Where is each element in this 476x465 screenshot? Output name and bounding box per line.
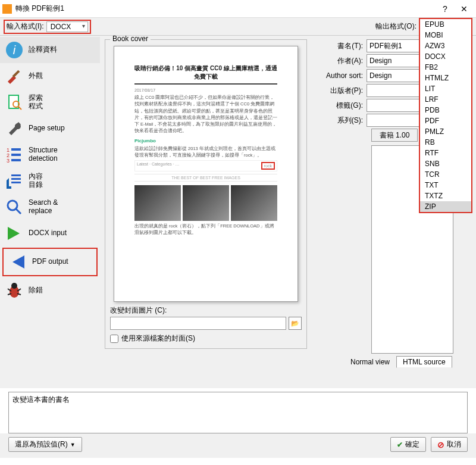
authorsort-label: Author sort: — [320, 71, 367, 80]
tab-html[interactable]: HTML source — [396, 356, 452, 368]
app-icon — [2, 4, 12, 14]
sidebar-item-look[interactable]: 外觀 — [0, 63, 100, 89]
svg-rect-9 — [11, 148, 21, 151]
restore-defaults-button[interactable]: 還原為預設值(R) ▼ — [8, 437, 82, 452]
svg-rect-2 — [12, 70, 20, 78]
touch-list-icon — [5, 171, 24, 191]
sidebar-item-page-setup[interactable]: Page setup — [0, 116, 100, 142]
use-source-label: 使用來源檔案的封面(S) — [121, 333, 195, 344]
sidebar: i 詮釋資料 外觀 探索 程式 Page setup 123 Structure… — [0, 36, 100, 388]
format-option-docx[interactable]: DOCX — [420, 51, 471, 62]
input-format-label: 輸入格式(I): — [7, 21, 44, 32]
format-option-tcr[interactable]: TCR — [420, 169, 471, 180]
magnifier-icon — [5, 198, 24, 217]
format-option-lrf[interactable]: LRF — [420, 94, 471, 105]
bottom-bar: 還原為預設值(R) ▼ ✔確定 ⊘取消 — [0, 433, 476, 458]
brush-icon — [5, 67, 24, 86]
info-icon: i — [5, 40, 24, 60]
cancel-button[interactable]: ⊘取消 — [431, 437, 468, 452]
format-toolbar: 輸入格式(I): DOCX 輸出格式(O): — [0, 18, 476, 36]
sidebar-item-structure[interactable]: 123 Structure detection — [0, 142, 100, 168]
tab-normal[interactable]: Normal view — [344, 356, 396, 368]
format-option-pmlz[interactable]: PMLZ — [420, 126, 471, 137]
input-format-select[interactable]: DOCX — [46, 21, 88, 32]
preview-section-title: THE BEST OF BEST FREE IMAGES — [134, 174, 277, 182]
format-option-pdb[interactable]: PDB — [420, 105, 471, 116]
preview-nav: Latest · Categories · … rock — [134, 160, 277, 171]
sidebar-item-interpret[interactable]: i 詮釋資料 — [0, 37, 100, 63]
format-option-htmlz[interactable]: HTMLZ — [420, 73, 471, 83]
sidebar-item-search-replace[interactable]: Search & replace — [0, 194, 100, 220]
sidebar-item-label: 內容 目錄 — [29, 173, 43, 189]
format-option-rtf[interactable]: RTF — [420, 148, 471, 158]
cancel-icon: ⊘ — [437, 440, 444, 450]
sidebar-item-label: 探索 程式 — [29, 94, 43, 111]
thumb-image — [183, 185, 229, 221]
use-source-row: 使用來源檔案的封面(S) — [110, 333, 302, 344]
sidebar-item-docx-input[interactable]: DOCX input — [0, 220, 100, 246]
sidebar-item-label: DOCX input — [29, 229, 67, 238]
titlebar: 轉換 PDF範例1 ? ✕ — [0, 0, 476, 18]
list-numbered-icon: 123 — [5, 145, 24, 164]
format-option-mobi[interactable]: MOBI — [420, 30, 471, 40]
cover-path-input[interactable] — [110, 317, 286, 330]
sidebar-item-label: PDF output — [32, 258, 68, 266]
help-button[interactable]: ? — [436, 1, 455, 17]
tags-label: 標籤(G): — [320, 101, 367, 111]
sidebar-item-search-program[interactable]: 探索 程式 — [0, 89, 100, 116]
svg-line-16 — [16, 209, 21, 214]
sidebar-item-debug[interactable]: 除錯 — [0, 277, 100, 304]
cover-path-label: 改變封面圖片 (C): — [110, 305, 302, 316]
input-format-group: 輸入格式(I): DOCX — [4, 20, 91, 34]
sidebar-item-label: Search & replace — [29, 199, 58, 216]
cover-group: Book cover 吸睛行銷必備！10 個高畫質 CC0 線上圖庫精選，通通免… — [105, 39, 307, 349]
format-option-snb[interactable]: SNB — [420, 158, 471, 169]
preview-searchbox: rock — [261, 162, 275, 170]
preview-p2: 這款給設計師免費攝影從 2013 年就成立到現在，首頁可以由主題或發現有幫我分類… — [134, 145, 277, 159]
browse-button[interactable]: 📂 — [289, 317, 302, 330]
preview-title: 吸睛行銷必備！10 個高畫質 CC0 線上圖庫精選，通通免費下載 — [134, 64, 277, 85]
preview-brand: Picjumbo — [134, 138, 277, 143]
svg-rect-10 — [11, 154, 21, 156]
publisher-label: 出版者(P): — [320, 86, 367, 96]
format-option-epub[interactable]: EPUB — [420, 19, 471, 30]
preview-thumbs — [134, 185, 277, 221]
preview-p1: 線上 CC0 圖庫阿湯也已介紹不少，但如果你是做設計有關的行業，找到素材搭配永遠… — [134, 94, 277, 135]
format-option-lit[interactable]: LIT — [420, 83, 471, 94]
sidebar-item-pdf-output[interactable]: PDF output — [2, 248, 98, 276]
format-option-rb[interactable]: RB — [420, 137, 471, 148]
format-option-txt[interactable]: TXT — [420, 180, 471, 191]
wrench-icon — [5, 119, 24, 138]
svg-point-15 — [8, 201, 17, 210]
ok-button[interactable]: ✔確定 — [390, 437, 426, 452]
thumb-image — [231, 185, 277, 221]
svg-rect-11 — [11, 159, 21, 161]
format-option-zip[interactable]: ZIP — [420, 201, 471, 212]
format-option-pdf[interactable]: PDF — [420, 116, 471, 126]
output-format-dropdown[interactable]: EPUBMOBIAZW3DOCXFB2HTMLZLITLRFPDBPDFPMLZ… — [419, 18, 472, 213]
format-option-txtz[interactable]: TXTZ — [420, 191, 471, 201]
svg-rect-12 — [11, 174, 21, 176]
book-label: 書名(T): — [320, 41, 367, 51]
series-index[interactable]: 書籍 1.00 — [371, 129, 418, 142]
arrow-left-icon — [8, 252, 27, 271]
title-change-box[interactable]: 改變這本書的書名 — [8, 392, 468, 433]
preview-date: 2017/08/17 — [134, 88, 277, 92]
close-button[interactable]: ✕ — [455, 1, 474, 17]
preview-footer: 出現的就真的是 rock（岩石），點下列「FREE DOWNLOAD」或將滑鼠移… — [134, 223, 277, 236]
sidebar-item-label: 除錯 — [29, 286, 43, 295]
sidebar-item-content-toc[interactable]: 內容 目錄 — [0, 168, 100, 194]
sidebar-item-label: 詮釋資料 — [29, 46, 57, 54]
thumb-image — [134, 185, 181, 221]
view-tabs: Normal view HTML source — [344, 356, 462, 368]
svg-rect-14 — [11, 182, 21, 183]
format-option-fb2[interactable]: FB2 — [420, 62, 471, 73]
author-label: 作者(A): — [320, 56, 367, 66]
format-option-azw3[interactable]: AZW3 — [420, 40, 471, 51]
cover-legend: Book cover — [110, 36, 151, 43]
check-icon: ✔ — [397, 441, 403, 449]
use-source-checkbox[interactable] — [110, 335, 118, 343]
output-format-label: 輸出格式(O): — [375, 21, 416, 32]
document-search-icon — [5, 93, 24, 112]
window-title: 轉換 PDF範例1 — [15, 4, 436, 14]
